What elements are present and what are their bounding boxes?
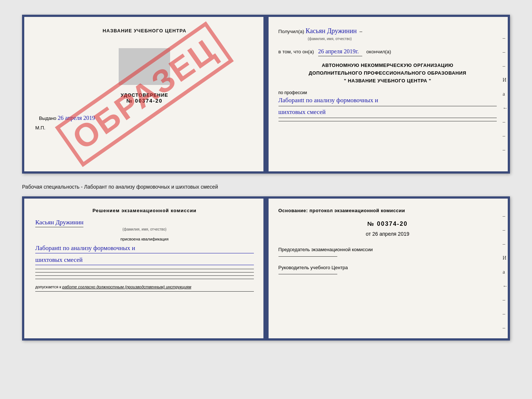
cert-title: НАЗВАНИЕ УЧЕБНОГО ЦЕНТРА — [35, 28, 254, 33]
dash-arrow: ← — [503, 105, 508, 111]
bottom-section-title: Решением экзаменационной комиссии — [35, 208, 254, 213]
org-line3: " НАЗВАНИЕ УЧЕБНОГО ЦЕНТРА " — [278, 77, 497, 85]
blank-line-1 — [35, 269, 254, 269]
vtom-line: в том, что он(a) 26 апреля 2019г. окончи… — [278, 47, 497, 56]
poluchil-label: Получил(a) — [278, 29, 305, 34]
right-dash-marks-bottom: – – – И а ← – – – — [503, 213, 508, 331]
dopuskaetsya-label: допускается к — [35, 285, 61, 289]
bdash-2: – — [503, 227, 508, 233]
top-booklet: НАЗВАНИЕ УЧЕБНОГО ЦЕНТРА УДОСТОВЕРЕНИЕ №… — [22, 15, 510, 174]
bottom-booklet: Решением экзаменационной комиссии Касьян… — [22, 196, 510, 341]
blank-line-3 — [35, 275, 254, 276]
chairman-label: Председатель экзаменационной комиссии — [278, 246, 497, 253]
protocol-date-prefix: от — [366, 231, 371, 237]
dopuskaetsya-block: допускается к работе согласно должностны… — [35, 285, 254, 289]
bdash-4: – — [503, 297, 508, 303]
org-block: АВТОНОМНУЮ НЕКОММЕРЧЕСКУЮ ОРГАНИЗАЦИЮ ДО… — [278, 62, 497, 85]
rukovod-label: Руководитель учебного Центра — [278, 264, 497, 271]
chairman-block: Председатель экзаменационной комиссии — [278, 246, 497, 257]
bottom-booklet-left: Решением экзаменационной комиссии Касьян… — [24, 199, 266, 338]
prof-handwritten-2: шихтовых смесей — [278, 107, 497, 118]
recipient-name: Касьян Дружинин — [306, 27, 357, 35]
rukovod-block: Руководитель учебного Центра — [278, 264, 497, 275]
right-dash-marks: – – – И а ← – – – — [503, 35, 508, 153]
bottom-booklet-spine — [263, 199, 269, 338]
org-line2: ДОПОЛНИТЕЛЬНОГО ПРОФЕССИОНАЛЬНОГО ОБРАЗО… — [278, 70, 497, 77]
blank-line-2 — [35, 272, 254, 272]
protocol-date: от 26 апреля 2019 — [278, 231, 497, 237]
middle-specialty-text: Рабочая специальность - Лаборант по анал… — [22, 180, 510, 196]
top-booklet-right: Получил(a) Касьян Дружинин – (фамилия, и… — [266, 17, 508, 171]
dash-4: – — [503, 119, 508, 125]
prof-block: по профессии Лаборанtt по анализу формов… — [278, 90, 497, 121]
bottom-name-block: Касьян Дружинин (фамилия, имя, отчество) — [35, 219, 254, 231]
prof-label: по профессии — [278, 90, 497, 95]
bdash-3: – — [503, 241, 508, 247]
cert-udost-block: УДОСТОВЕРЕНИЕ № 00374-20 — [35, 92, 254, 104]
cert-number: № 00374-20 — [35, 98, 254, 104]
cert-vydano: Выдано 26 апреля 2019 — [35, 115, 254, 121]
osnov-title: Основание: протокол экзаменационной коми… — [278, 208, 497, 213]
blank-line-4 — [35, 279, 254, 279]
qual-handwritten-1: Лаборанtt по анализу формовочных и шихто… — [35, 243, 254, 265]
chairman-sign-line — [278, 256, 337, 257]
vydano-label: Выдано — [39, 115, 56, 121]
org-line1: АВТОНОМНУЮ НЕКОММЕРЧЕСКУЮ ОРГАНИЗАЦИЮ — [278, 62, 497, 70]
vtom-label: в том, что он(a) — [278, 49, 314, 54]
name-sublabel: (фамилия, имя, отчество) — [308, 36, 497, 42]
dash-6: – — [503, 147, 508, 153]
bottom-name-sublabel: (фамилия, имя, отчество) — [35, 227, 254, 231]
dash-2: – — [503, 49, 508, 55]
prof-handwritten-1: Лаборанtt по анализу формовочных и — [278, 95, 497, 106]
dash-i: И — [503, 77, 508, 83]
bdash-6: – — [503, 325, 508, 331]
dopuskaetsya-text: работе согласно должностным (производств… — [62, 285, 191, 289]
top-booklet-left: НАЗВАНИЕ УЧЕБНОГО ЦЕНТРА УДОСТОВЕРЕНИЕ №… — [24, 17, 266, 171]
top-booklet-spine — [263, 17, 269, 171]
okonchil-label: окончил(а) — [366, 49, 391, 54]
bdash-i: И — [503, 255, 508, 261]
bdash-arrow: ← — [503, 283, 508, 289]
bottom-recipient-name: Касьян Дружинин — [35, 219, 83, 227]
cert-udost-label: УДОСТОВЕРЕНИЕ — [35, 92, 254, 98]
dash-1: – — [503, 35, 508, 41]
bdash-1: – — [503, 213, 508, 219]
bdash-a: а — [503, 269, 508, 275]
dash-5: – — [503, 133, 508, 139]
protocol-date-value: 26 апреля 2019 — [372, 231, 409, 237]
prisvoena-label: присвоена квалификация — [35, 237, 254, 241]
qual-line1: Лаборанtt по анализу формовочных и — [35, 243, 254, 253]
bottom-booklet-right: Основание: протокол экзаменационной коми… — [266, 199, 508, 338]
cert-photo-placeholder — [119, 48, 170, 85]
dash-a: а — [503, 91, 508, 97]
page-container: НАЗВАНИЕ УЧЕБНОГО ЦЕНТРА УДОСТОВЕРЕНИЕ №… — [7, 7, 525, 348]
qual-line2: шихтовых смесей — [35, 255, 254, 265]
rukovod-sign-line — [278, 274, 337, 274]
bdash-5: – — [503, 311, 508, 317]
protocol-number: № 00374-20 — [278, 221, 497, 227]
poluchil-line: Получил(a) Касьян Дружинин – (фамилия, и… — [278, 26, 497, 42]
cert-mp: М.П. — [35, 125, 254, 131]
vydano-date: 26 апреля 2019 — [58, 115, 95, 121]
dash-3: – — [503, 63, 508, 69]
dopuskaetsya-line — [35, 291, 254, 292]
completion-date: 26 апреля 2019г. — [318, 47, 362, 56]
